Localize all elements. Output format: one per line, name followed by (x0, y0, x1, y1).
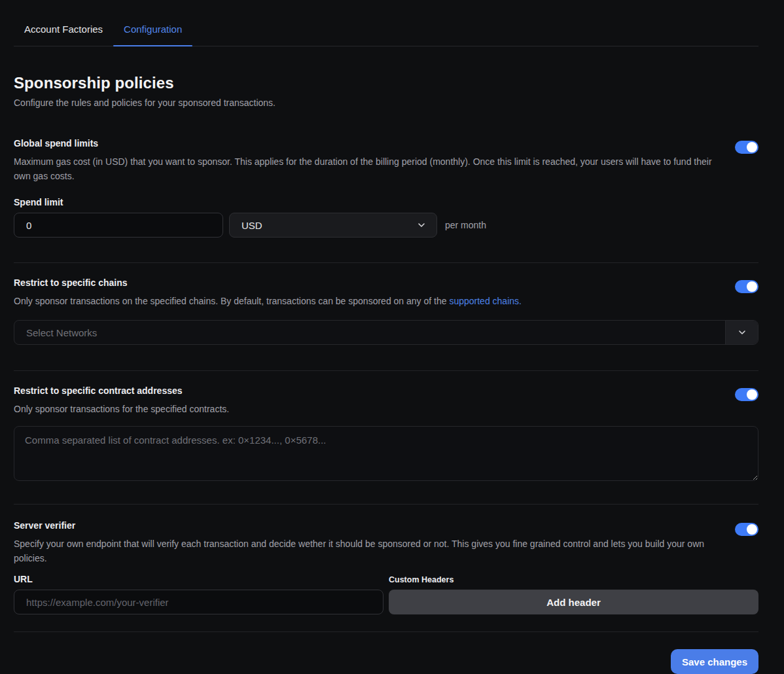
supported-chains-link[interactable]: supported chains. (449, 296, 522, 306)
restrict-contracts-description: Only sponsor transactions for the specif… (14, 402, 717, 416)
tab-configuration[interactable]: Configuration (113, 18, 192, 46)
url-label: URL (14, 574, 33, 584)
chevron-down-icon (738, 328, 747, 337)
server-verifier-description: Specify your own endpoint that will veri… (14, 537, 717, 565)
toggle-knob (747, 389, 757, 400)
spend-limit-amount-input[interactable] (14, 213, 223, 238)
section-divider (14, 262, 758, 263)
verifier-url-input[interactable] (14, 590, 383, 614)
restrict-chains-description: Only sponsor transactions on the specifi… (14, 294, 717, 308)
global-spend-limits-toggle[interactable] (735, 141, 758, 154)
chevron-down-icon (417, 221, 426, 230)
network-select-chevron-button[interactable] (725, 321, 758, 344)
contract-addresses-textarea[interactable] (14, 426, 758, 481)
tab-account-factories[interactable]: Account Factories (14, 18, 113, 46)
restrict-chains-toggle[interactable] (735, 280, 758, 293)
custom-headers-label: Custom Headers (389, 575, 454, 584)
network-select-placeholder: Select Networks (14, 321, 725, 344)
section-restrict-contracts: Restrict to specific contract addresses … (14, 385, 758, 484)
toggle-knob (747, 281, 757, 292)
section-divider (14, 504, 758, 505)
page-title: Sponsorship policies (14, 74, 758, 92)
server-verifier-toggle[interactable] (735, 523, 758, 536)
section-server-verifier: Server verifier Specify your own endpoin… (14, 520, 758, 614)
toggle-knob (747, 524, 757, 535)
footer-divider (14, 631, 758, 632)
global-spend-limits-title: Global spend limits (14, 138, 717, 149)
tab-bar: Account Factories Configuration (14, 0, 758, 46)
toggle-knob (747, 142, 757, 152)
server-verifier-form: URL Custom Headers Add header (14, 573, 758, 614)
restrict-contracts-toggle[interactable] (735, 388, 758, 401)
network-select[interactable]: Select Networks (14, 320, 758, 345)
section-global-spend-limits: Global spend limits Maximum gas cost (in… (14, 138, 758, 238)
spend-limit-row: USD per month (14, 213, 758, 238)
save-changes-button[interactable]: Save changes (671, 649, 758, 674)
spend-limit-label: Spend limit (14, 197, 758, 207)
configuration-page: Account Factories Configuration Sponsors… (0, 0, 784, 674)
global-spend-limits-description: Maximum gas cost (in USD) that you want … (14, 154, 717, 183)
page-subtitle: Configure the rules and policies for you… (14, 98, 758, 108)
currency-select[interactable]: USD (229, 213, 437, 238)
currency-select-value: USD (241, 220, 262, 231)
section-divider (14, 370, 758, 371)
restrict-contracts-title: Restrict to specific contract addresses (14, 385, 717, 396)
per-month-text: per month (445, 220, 486, 230)
restrict-chains-title: Restrict to specific chains (14, 277, 717, 288)
add-header-button[interactable]: Add header (389, 590, 758, 614)
footer: Save changes (14, 649, 758, 674)
server-verifier-title: Server verifier (14, 520, 717, 531)
section-restrict-chains: Restrict to specific chains Only sponsor… (14, 277, 758, 345)
restrict-chains-description-text: Only sponsor transactions on the specifi… (14, 296, 449, 306)
